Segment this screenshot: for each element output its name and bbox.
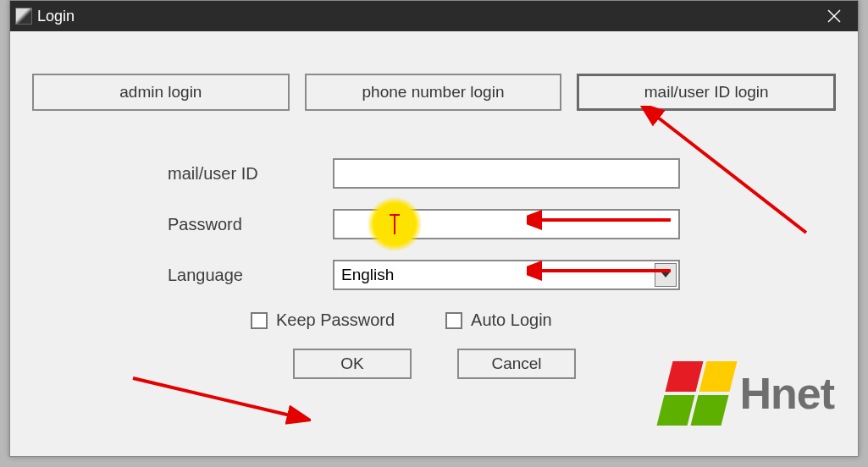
label-auto-login: Auto Login — [471, 310, 552, 330]
titlebar: Login — [10, 1, 858, 31]
app-icon — [15, 8, 32, 25]
label-keep-password: Keep Password — [276, 310, 395, 330]
close-button[interactable] — [815, 1, 853, 31]
checkbox-auto-login[interactable]: Auto Login — [445, 310, 552, 330]
select-language[interactable]: English — [333, 260, 680, 290]
content-area: admin login phone number login mail/user… — [10, 31, 858, 456]
login-window: Login admin login phone number login mai… — [9, 0, 859, 457]
svg-line-5 — [133, 378, 294, 416]
cancel-button[interactable]: Cancel — [457, 349, 576, 379]
tab-admin-login[interactable]: admin login — [32, 74, 290, 111]
brand-logo: Hnet — [665, 361, 834, 426]
ok-button[interactable]: OK — [293, 349, 412, 379]
checkbox-box-icon — [445, 312, 462, 329]
label-password: Password — [32, 215, 333, 234]
input-password[interactable] — [333, 209, 680, 239]
row-checkboxes: Keep Password Auto Login — [251, 310, 836, 330]
tab-phone-login[interactable]: phone number login — [305, 74, 562, 111]
input-user-id[interactable] — [333, 158, 680, 189]
login-tabs: admin login phone number login mail/user… — [32, 74, 836, 111]
tab-mail-user-id-login[interactable]: mail/user ID login — [577, 74, 836, 111]
logo-text: Hnet — [739, 368, 834, 419]
checkbox-keep-password[interactable]: Keep Password — [251, 310, 395, 330]
label-user-id: mail/user ID — [32, 164, 333, 184]
label-language: Language — [32, 266, 333, 285]
row-user-id: mail/user ID — [32, 158, 836, 189]
chevron-down-icon[interactable] — [655, 263, 677, 287]
row-password: Password — [32, 209, 836, 239]
checkbox-box-icon — [251, 312, 268, 329]
arrow-annotation-icon — [124, 370, 311, 429]
select-language-value: English — [341, 266, 394, 284]
close-icon — [827, 9, 841, 23]
window-title: Login — [37, 8, 75, 25]
logo-tiles-icon — [657, 361, 738, 426]
row-language: Language English — [32, 260, 836, 290]
